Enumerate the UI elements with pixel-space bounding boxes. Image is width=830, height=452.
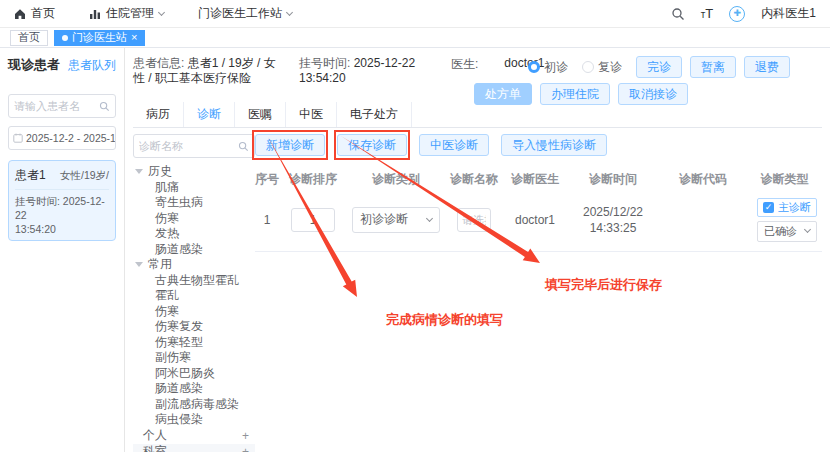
patient-info-label: 患者信息:: [133, 56, 184, 70]
diagnosis-category-select[interactable]: 初诊诊断: [352, 207, 440, 233]
tree-item[interactable]: 古典生物型霍乱: [133, 273, 255, 289]
tree-item[interactable]: 伤寒: [133, 304, 255, 320]
caret-down-icon: [135, 169, 143, 174]
patient-reg-time-line1: 挂号时间: 2025-12-22: [15, 194, 109, 222]
search-icon[interactable]: [238, 141, 249, 152]
search-icon[interactable]: [671, 7, 685, 21]
category-value: 初诊诊断: [360, 211, 408, 228]
tree-item[interactable]: 副流感病毒感染: [133, 397, 255, 413]
nav-home[interactable]: 首页: [14, 5, 55, 22]
patient-card[interactable]: 患者1 女性/19岁/ 挂号时间: 2025-12-22 13:54:20: [8, 160, 116, 241]
tree-item[interactable]: 病虫侵染: [133, 412, 255, 428]
tree-item[interactable]: 副伤寒: [133, 350, 255, 366]
tree-item[interactable]: 霍乱: [133, 288, 255, 304]
row-index: 1: [255, 213, 279, 227]
tab-medical-record[interactable]: 病历: [133, 102, 184, 127]
admit-hospital-button[interactable]: 办理住院: [540, 83, 610, 105]
tab-e-prescription[interactable]: 电子处方: [337, 102, 412, 127]
nav-inpatient[interactable]: 住院管理: [89, 5, 164, 22]
tree-group-label: 个人: [143, 427, 167, 444]
prescription-sheet-button[interactable]: 处方单: [474, 83, 532, 105]
date-range-input[interactable]: 2025-12-2 - 2025-12-2: [8, 126, 116, 150]
tag-home[interactable]: 首页: [10, 30, 48, 46]
add-diagnosis-button[interactable]: 新增诊断: [255, 134, 325, 156]
tree-item[interactable]: 伤寒复发: [133, 319, 255, 335]
tree-group-label: 科室: [143, 443, 167, 452]
diagnosis-tree-panel: 历史 肌痛 寄生虫病 伤寒 发热 肠道感染 常用 古典生物型霍乱 霍乱 伤寒 伤…: [133, 128, 255, 452]
plus-icon[interactable]: +: [242, 429, 249, 443]
calendar-icon: [13, 133, 23, 143]
tree-group-history[interactable]: 历史: [133, 164, 255, 180]
col-header-order: 诊断排序: [279, 171, 347, 188]
diagnosis-tree: 历史 肌痛 寄生虫病 伤寒 发热 肠道感染 常用 古典生物型霍乱 霍乱 伤寒 伤…: [133, 164, 255, 452]
tag-outpatient-label: 门诊医生站: [72, 30, 127, 45]
tab-tcm[interactable]: 中医: [286, 102, 337, 127]
plus-icon[interactable]: +: [242, 445, 249, 452]
tree-item[interactable]: 寄生虫病: [133, 195, 255, 211]
temporary-leave-button[interactable]: 暂离: [690, 56, 736, 78]
confirm-status-value: 已确诊: [764, 224, 797, 239]
top-navbar: 首页 住院管理 门诊医生工作站 тT ✚ 内科医生1: [0, 0, 830, 28]
radio-first-visit[interactable]: 初诊: [528, 59, 568, 76]
patient-search-input[interactable]: [14, 100, 99, 112]
workstation-main: 患者信息: 患者1 / 19岁 / 女性 / 职工基本医疗保险 挂号时间: 20…: [125, 48, 830, 452]
col-header-type: 诊断类型: [747, 171, 822, 188]
tag-home-label: 首页: [18, 30, 40, 45]
diagnosis-table-header: 序号 诊断排序 诊断类别 诊断名称 诊断医生 诊断时间 诊断代码 诊断类型: [255, 168, 822, 190]
search-icon[interactable]: [99, 101, 110, 112]
user-avatar-icon[interactable]: ✚: [729, 6, 745, 22]
import-chronic-diagnosis-button[interactable]: 导入慢性病诊断: [501, 134, 607, 156]
tree-group-personal[interactable]: 个人 +: [133, 428, 255, 444]
confirm-status-select[interactable]: 已确诊: [757, 221, 817, 242]
tree-group-label: 常用: [148, 256, 172, 273]
checkbox-checked-icon: ✓: [763, 202, 774, 213]
radio-first-visit-label: 初诊: [544, 59, 568, 76]
tag-bar: 首页 门诊医生站 ×: [0, 28, 830, 48]
tree-item[interactable]: 阿米巴肠炎: [133, 366, 255, 382]
tree-item[interactable]: 肠道感染: [133, 381, 255, 397]
tree-item[interactable]: 伤寒轻型: [133, 335, 255, 351]
diagnosis-search-input[interactable]: [139, 140, 238, 152]
tcm-diagnosis-button[interactable]: 中医诊断: [419, 134, 489, 156]
tab-diagnosis[interactable]: 诊断: [184, 102, 235, 127]
tree-group-department[interactable]: 科室 +: [133, 444, 255, 452]
diagnosis-table: 序号 诊断排序 诊断类别 诊断名称 诊断医生 诊断时间 诊断代码 诊断类型 1: [255, 168, 822, 252]
main-diagnosis-checkbox[interactable]: ✓ 主诊断: [757, 198, 817, 217]
tree-item[interactable]: 肠道感染: [133, 242, 255, 258]
col-header-name: 诊断名称: [445, 171, 503, 188]
tab-doctor-orders[interactable]: 医嘱: [235, 102, 286, 127]
diagnosis-order-input[interactable]: [291, 208, 335, 232]
row-time-date: 2025/12/22: [583, 204, 643, 220]
tree-item[interactable]: 伤寒: [133, 211, 255, 227]
row-time-clock: 14:33:25: [590, 220, 637, 236]
row-doctor: doctor1: [503, 213, 567, 227]
diagnosis-toolbar: 新增诊断 保存诊断 中医诊断 导入慢性病诊断: [255, 134, 822, 156]
col-header-code: 诊断代码: [659, 171, 747, 188]
diagnosis-name-input[interactable]: [457, 208, 491, 232]
font-size-icon[interactable]: тT: [701, 6, 714, 21]
tag-outpatient-station[interactable]: 门诊医生站 ×: [54, 30, 145, 46]
patient-list-panel: 现诊患者 患者队列 2025-12-2 - 2025-12-2 患者1 女性/1…: [0, 48, 125, 452]
nav-home-label: 首页: [31, 5, 55, 22]
tree-item[interactable]: 肌痛: [133, 180, 255, 196]
nav-outpatient-workstation[interactable]: 门诊医生工作站: [198, 5, 292, 22]
save-diagnosis-button[interactable]: 保存诊断: [337, 134, 407, 156]
col-header-time: 诊断时间: [567, 171, 659, 188]
tree-item[interactable]: 发热: [133, 226, 255, 242]
tree-group-common[interactable]: 常用: [133, 257, 255, 273]
patient-panel-title: 现诊患者: [8, 56, 60, 74]
cancel-reception-button[interactable]: 取消接诊: [618, 83, 688, 105]
col-header-category: 诊断类别: [347, 171, 445, 188]
radio-return-visit[interactable]: 复诊: [582, 59, 622, 76]
refund-button[interactable]: 退费: [744, 56, 790, 78]
patient-queue-link[interactable]: 患者队列: [68, 57, 116, 74]
finish-visit-button[interactable]: 完诊: [636, 56, 682, 78]
col-header-index: 序号: [255, 171, 279, 188]
chevron-down-icon: [426, 214, 433, 221]
chevron-down-icon: [804, 226, 811, 233]
chevron-down-icon: [286, 8, 293, 15]
row-time: 2025/12/22 14:33:25: [567, 204, 659, 236]
diagnosis-search-box: [133, 134, 255, 158]
close-icon[interactable]: ×: [131, 32, 137, 43]
radio-return-visit-label: 复诊: [598, 59, 622, 76]
